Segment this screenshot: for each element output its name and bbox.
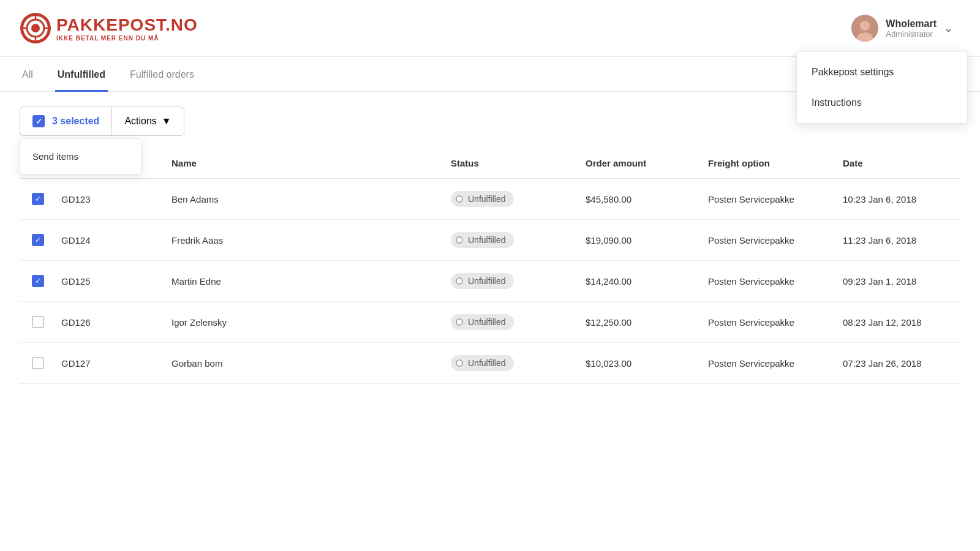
row-amount-GD126: $12,250.00 <box>581 315 703 330</box>
row-checkbox-cell[interactable] <box>20 354 56 372</box>
row-name-GD123: Ben Adams <box>167 192 446 207</box>
row-amount-GD125: $14,240.00 <box>581 274 703 289</box>
user-info: Wholemart Administrator <box>886 18 937 39</box>
status-badge-GD127: Unfulfilled <box>451 355 514 371</box>
actions-dropdown-send-items[interactable]: Send items <box>20 144 141 169</box>
row-status-GD124: Unfulfilled <box>446 230 581 250</box>
status-dot-GD123 <box>456 195 463 203</box>
row-amount-GD123: $45,580.00 <box>581 192 703 207</box>
row-checkbox-cell[interactable]: ✓ <box>20 272 56 290</box>
orders-table: Orderid Name Status Order amount Freight… <box>20 148 960 384</box>
row-name-GD124: Fredrik Aaas <box>167 233 446 248</box>
chevron-down-icon: ⌄ <box>944 21 953 35</box>
status-dot-GD124 <box>456 236 463 244</box>
logo: PAKKEPOST.NO IKKE BETAL MER ENN DU MÅ <box>20 12 198 44</box>
selected-count-box[interactable]: ✓ 3 selected <box>20 107 111 136</box>
row-name-GD127: Gorban bom <box>167 356 446 371</box>
row-orderid-GD124: GD124 <box>56 233 167 248</box>
avatar <box>851 15 878 42</box>
logo-text: PAKKEPOST.NO IKKE BETAL MER ENN DU MÅ <box>56 15 198 42</box>
content-area: ✓ 3 selected Actions ▼ Send items Orderi… <box>0 92 980 399</box>
row-date-GD126: 08:23 Jan 12, 2018 <box>838 315 960 330</box>
row-checkbox-GD126[interactable] <box>32 316 44 328</box>
row-freight-GD126: Posten Servicepakke <box>703 315 838 330</box>
row-date-GD124: 11:23 Jan 6, 2018 <box>838 233 960 248</box>
user-name: Wholemart <box>886 18 937 29</box>
row-orderid-GD126: GD126 <box>56 315 167 330</box>
row-date-GD127: 07:23 Jan 26, 2018 <box>838 356 960 371</box>
status-badge-GD123: Unfulfilled <box>451 191 514 207</box>
row-checkbox-GD125[interactable]: ✓ <box>32 275 44 287</box>
row-name-GD125: Martin Edne <box>167 274 446 289</box>
row-checkbox-cell[interactable] <box>20 313 56 331</box>
table-body: ✓ GD123 Ben Adams Unfulfilled $45,580.00… <box>20 179 960 384</box>
row-checkbox-GD124[interactable]: ✓ <box>32 234 44 246</box>
actions-dropdown-menu: Send items <box>20 138 142 174</box>
row-orderid-GD123: GD123 <box>56 192 167 207</box>
tab-all[interactable]: All <box>20 57 36 92</box>
table-row: ✓ GD124 Fredrik Aaas Unfulfilled $19,090… <box>20 220 960 261</box>
table-row: ✓ GD123 Ben Adams Unfulfilled $45,580.00… <box>20 179 960 220</box>
header-freight: Freight option <box>703 156 838 171</box>
header-date: Date <box>838 156 960 171</box>
row-amount-GD127: $10,023.00 <box>581 356 703 371</box>
row-date-GD123: 10:23 Jan 6, 2018 <box>838 192 960 207</box>
logo-main-text: PAKKEPOST.NO <box>56 15 198 35</box>
table-row: GD126 Igor Zelensky Unfulfilled $12,250.… <box>20 302 960 343</box>
row-checkbox-GD127[interactable] <box>32 357 44 369</box>
selected-count-label: 3 selected <box>52 116 99 127</box>
table-header: Orderid Name Status Order amount Freight… <box>20 148 960 179</box>
status-dot-GD125 <box>456 277 463 285</box>
row-status-GD123: Unfulfilled <box>446 189 581 209</box>
svg-point-9 <box>860 21 870 31</box>
header-amount: Order amount <box>581 156 703 171</box>
actions-label: Actions <box>124 116 156 127</box>
select-all-checkbox[interactable]: ✓ <box>32 115 45 127</box>
header-status: Status <box>446 156 581 171</box>
row-checkbox-cell[interactable]: ✓ <box>20 190 56 208</box>
tab-unfulfilled[interactable]: Unfulfilled <box>55 57 108 92</box>
row-status-GD127: Unfulfilled <box>446 353 581 373</box>
table-row: ✓ GD125 Martin Edne Unfulfilled $14,240.… <box>20 261 960 302</box>
row-checkbox-GD123[interactable]: ✓ <box>32 193 44 205</box>
logo-sub-text: IKKE BETAL MER ENN DU MÅ <box>56 35 198 42</box>
status-dot-GD126 <box>456 318 463 326</box>
actions-chevron-icon: ▼ <box>162 116 172 127</box>
user-role: Administrator <box>886 29 937 39</box>
user-menu[interactable]: Wholemart Administrator ⌄ <box>844 10 960 47</box>
row-name-GD126: Igor Zelensky <box>167 315 446 330</box>
tab-fulfilled[interactable]: Fulfilled orders <box>127 57 197 92</box>
row-freight-GD127: Posten Servicepakke <box>703 356 838 371</box>
row-orderid-GD125: GD125 <box>56 274 167 289</box>
row-amount-GD124: $19,090.00 <box>581 233 703 248</box>
row-date-GD125: 09:23 Jan 1, 2018 <box>838 274 960 289</box>
row-freight-GD124: Posten Servicepakke <box>703 233 838 248</box>
header: PAKKEPOST.NO IKKE BETAL MER ENN DU MÅ Wh… <box>0 0 980 57</box>
row-orderid-GD127: GD127 <box>56 356 167 371</box>
logo-icon <box>20 12 51 44</box>
status-dot-GD127 <box>456 359 463 367</box>
actions-button[interactable]: Actions ▼ <box>111 107 184 136</box>
dropdown-item-pakkepost-settings[interactable]: Pakkepost settings <box>797 57 967 88</box>
user-dropdown-menu: Pakkepost settings Instructions <box>796 51 968 124</box>
svg-point-3 <box>31 24 40 32</box>
row-status-GD126: Unfulfilled <box>446 312 581 332</box>
status-badge-GD126: Unfulfilled <box>451 314 514 330</box>
status-badge-GD124: Unfulfilled <box>451 232 514 248</box>
dropdown-item-instructions[interactable]: Instructions <box>797 88 967 118</box>
row-checkbox-cell[interactable]: ✓ <box>20 231 56 249</box>
row-status-GD125: Unfulfilled <box>446 271 581 291</box>
row-freight-GD123: Posten Servicepakke <box>703 192 838 207</box>
status-badge-GD125: Unfulfilled <box>451 273 514 289</box>
table-row: GD127 Gorban bom Unfulfilled $10,023.00 … <box>20 343 960 384</box>
row-freight-GD125: Posten Servicepakke <box>703 274 838 289</box>
header-name: Name <box>167 156 446 171</box>
